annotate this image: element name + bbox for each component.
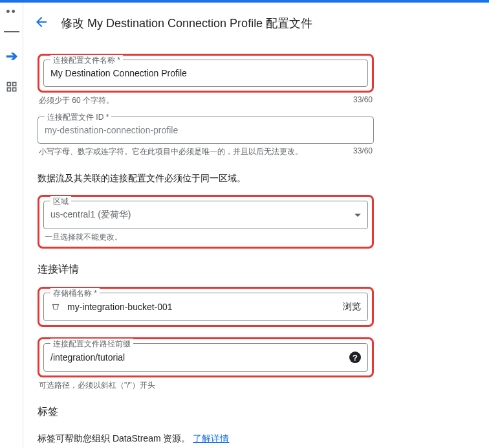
page-header: 修改 My Destination Connection Profile 配置文… — [34, 3, 479, 38]
region-select[interactable]: 区域 us-central1 (爱荷华) — [43, 201, 368, 229]
chevron-down-icon — [354, 214, 361, 217]
profile-id-counter: 33/60 — [353, 146, 373, 157]
profile-id-label: 连接配置文件 ID * — [45, 112, 111, 123]
prefix-value: /integration/tutorial — [50, 352, 125, 363]
active-nav-icon[interactable]: ➔ — [6, 48, 17, 65]
bucket-field[interactable]: 存储桶名称 * my-integration-bucket-001 浏览 — [43, 293, 368, 321]
bucket-value: my-integration-bucket-001 — [67, 302, 173, 312]
profile-name-field[interactable]: 连接配置文件名称 * — [43, 60, 368, 87]
help-icon[interactable]: ? — [349, 352, 361, 363]
highlight-region-field: 区域 us-central1 (爱荷华) 一旦选择就不能更改。 — [38, 195, 374, 249]
tags-description: 标签可帮助您组织 DataStream 资源。 了解详情 — [38, 429, 374, 448]
profile-id-helper: 小写字母、数字或连字符。它在此项目中必须是唯一的，并且以后无法更改。 — [39, 146, 303, 157]
browse-button[interactable]: 浏览 — [343, 301, 361, 313]
profile-name-label: 连接配置文件名称 * — [50, 55, 123, 66]
page-title: 修改 My Destination Connection Profile 配置文… — [61, 16, 312, 31]
prefix-helper: 可选路径，必须以斜杠（"/"）开头 — [39, 380, 155, 391]
profile-id-field[interactable]: 连接配置文件 ID * — [38, 117, 374, 144]
bucket-label: 存储桶名称 * — [50, 288, 100, 299]
prefix-label: 连接配置文件路径前缀 — [50, 339, 133, 350]
region-note: 数据流及其关联的连接配置文件必须位于同一区域。 — [38, 157, 374, 195]
more-icon[interactable]: •• — [6, 8, 17, 16]
back-arrow-icon[interactable] — [34, 14, 49, 32]
highlight-prefix-field: 连接配置文件路径前缀 /integration/tutorial ? — [38, 337, 374, 377]
region-label: 区域 — [50, 196, 71, 207]
menu-icon[interactable] — [4, 31, 19, 32]
profile-name-counter: 33/60 — [353, 95, 373, 106]
prefix-field[interactable]: 连接配置文件路径前缀 /integration/tutorial ? — [43, 343, 368, 372]
profile-id-input[interactable] — [45, 125, 367, 135]
region-helper: 一旦选择就不能更改。 — [45, 232, 122, 243]
profile-name-input[interactable] — [50, 68, 361, 78]
profile-name-helper: 必须少于 60 个字符。 — [39, 95, 114, 106]
nav-icon[interactable] — [5, 80, 18, 95]
region-value: us-central1 (爱荷华) — [50, 209, 131, 221]
bucket-icon — [50, 302, 61, 311]
connection-heading: 连接详情 — [38, 249, 374, 287]
highlight-bucket-field: 存储桶名称 * my-integration-bucket-001 浏览 — [38, 287, 374, 327]
learn-more-link[interactable]: 了解详情 — [193, 433, 229, 443]
highlight-name-field: 连接配置文件名称 * — [38, 54, 374, 93]
left-rail: •• ➔ — [0, 3, 23, 448]
tags-heading: 标签 — [38, 391, 374, 429]
